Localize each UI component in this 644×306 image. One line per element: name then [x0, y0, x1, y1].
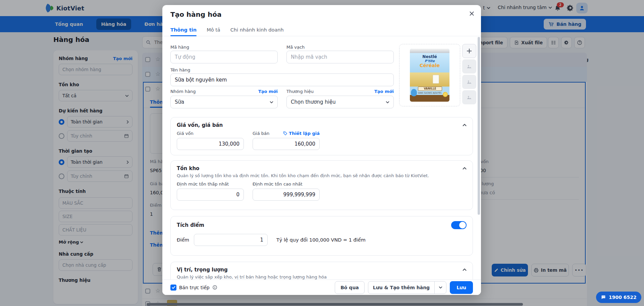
point-rate-text: Tỷ lệ quy đổi 100,000 VND = 1 điểm	[276, 237, 366, 243]
point-input[interactable]	[194, 234, 268, 246]
check-icon	[172, 286, 175, 289]
sale-price-label: Giá bán	[253, 131, 269, 136]
tag-icon	[283, 131, 287, 136]
code-input[interactable]	[170, 51, 278, 63]
max-stock-label: Định mức tồn cao nhất	[253, 182, 320, 187]
brand-label: Thương hiệu	[286, 89, 314, 94]
skip-button[interactable]: Bỏ qua	[335, 281, 365, 294]
min-stock-input[interactable]	[177, 189, 244, 201]
image-placeholder-icon	[466, 63, 472, 69]
position-section-desc: Quản lý việc sắp xếp kho, vị trí bán hàn…	[177, 274, 467, 279]
chevron-up-icon[interactable]	[463, 268, 467, 271]
max-stock-input[interactable]	[253, 189, 320, 201]
modal-title: Tạo hàng hóa	[170, 10, 222, 18]
save-and-create-button: Lưu & Tạo thêm hàng	[368, 281, 446, 294]
image-slot-placeholder[interactable]	[462, 90, 476, 104]
chevron-up-icon[interactable]	[463, 167, 467, 170]
modal-scrollbar[interactable]	[478, 37, 480, 215]
points-toggle[interactable]	[451, 221, 467, 229]
can-brand-text: Nestlé	[410, 54, 449, 59]
stock-section-title: Tồn kho	[177, 165, 199, 171]
chevron-down-icon	[386, 101, 389, 103]
modal-footer: Bán trực tiếp Bỏ qua Lưu & Tạo thêm hàng…	[162, 279, 481, 295]
tab-info[interactable]: Thông tin	[170, 24, 197, 36]
image-placeholder-icon	[466, 94, 472, 100]
image-slot-placeholder[interactable]	[462, 75, 476, 89]
save-and-create-label[interactable]: Lưu & Tạo thêm hàng	[368, 282, 434, 294]
save-button[interactable]: Lưu	[450, 281, 473, 294]
price-section-title: Giá vốn, giá bán	[177, 122, 223, 128]
cost-input[interactable]	[177, 138, 244, 150]
cost-label: Giá vốn	[177, 131, 244, 136]
points-section: Tích điểm Điểm Tỷ lệ quy đổi 100,000 VND…	[170, 216, 473, 256]
chat-icon	[601, 295, 606, 300]
chevron-down-icon	[270, 101, 273, 103]
can-flavor-text: VANILLE	[418, 87, 442, 91]
price-section: Giá vốn, giá bán Giá vốn Giá bán Thiết l…	[170, 117, 473, 155]
direct-sale-label: Bán trực tiếp	[179, 285, 210, 290]
group-select-value: Sữa	[175, 99, 184, 105]
close-icon[interactable]	[469, 11, 474, 16]
plus-icon	[467, 48, 472, 54]
group-label: Nhóm hàng	[170, 89, 196, 94]
can-flower-art	[443, 92, 448, 97]
brand-select[interactable]: Chọn thương hiệu	[286, 96, 394, 108]
product-image-dropzone[interactable]: Nestlé P'tite Céréale VANILLE SANS SUCRE…	[399, 44, 460, 106]
name-input[interactable]	[170, 73, 394, 86]
image-placeholder-icon	[466, 79, 472, 85]
price-setup-label: Thiết lập giá	[289, 131, 320, 136]
sale-price-input[interactable]	[253, 138, 320, 150]
create-product-modal: Tạo hàng hóa Thông tin Mô tả Chi nhánh k…	[162, 5, 481, 295]
create-group-link[interactable]: Tạo mới	[258, 89, 278, 94]
tab-description[interactable]: Mô tả	[207, 24, 220, 36]
stock-section-desc: Quản lý số lượng tồn kho và định mức tồn…	[177, 173, 467, 178]
code-label: Mã hàng	[170, 45, 189, 50]
stock-section: Tồn kho Quản lý số lượng tồn kho và định…	[170, 160, 473, 210]
position-section-title: Vị trí, trọng lượng	[177, 267, 228, 273]
name-label: Tên hàng	[170, 67, 190, 72]
can-line-text: P'tite	[410, 59, 449, 63]
tab-branch[interactable]: Chi nhánh kinh doanh	[230, 24, 284, 36]
image-slot-placeholder[interactable]	[462, 59, 476, 73]
add-image-button[interactable]	[462, 44, 476, 58]
chevron-up-icon[interactable]	[463, 124, 467, 126]
chevron-down-icon	[439, 286, 442, 289]
barcode-input[interactable]	[286, 51, 394, 63]
can-name-text: Céréale	[410, 63, 449, 68]
save-options-dropdown[interactable]	[434, 282, 446, 294]
min-stock-label: Định mức tồn thấp nhất	[177, 182, 244, 187]
direct-sale-checkbox[interactable]	[170, 285, 176, 291]
can-bear-art	[411, 89, 417, 96]
brand-select-value: Chọn thương hiệu	[291, 99, 336, 105]
group-select[interactable]: Sữa	[170, 96, 278, 108]
info-icon[interactable]	[212, 285, 217, 290]
support-phone: 1900 6522	[609, 295, 637, 300]
points-section-title: Tích điểm	[177, 222, 204, 228]
barcode-label: Mã vạch	[286, 45, 305, 50]
modal-tabs: Thông tin Mô tả Chi nhánh kinh doanh	[162, 24, 481, 36]
price-setup-link[interactable]: Thiết lập giá	[283, 131, 320, 136]
point-label: Điểm	[177, 237, 189, 243]
create-brand-link[interactable]: Tạo mới	[374, 89, 394, 94]
support-button[interactable]: 1900 6522	[596, 292, 641, 303]
product-image: Nestlé P'tite Céréale VANILLE SANS SUCRE…	[410, 49, 449, 102]
